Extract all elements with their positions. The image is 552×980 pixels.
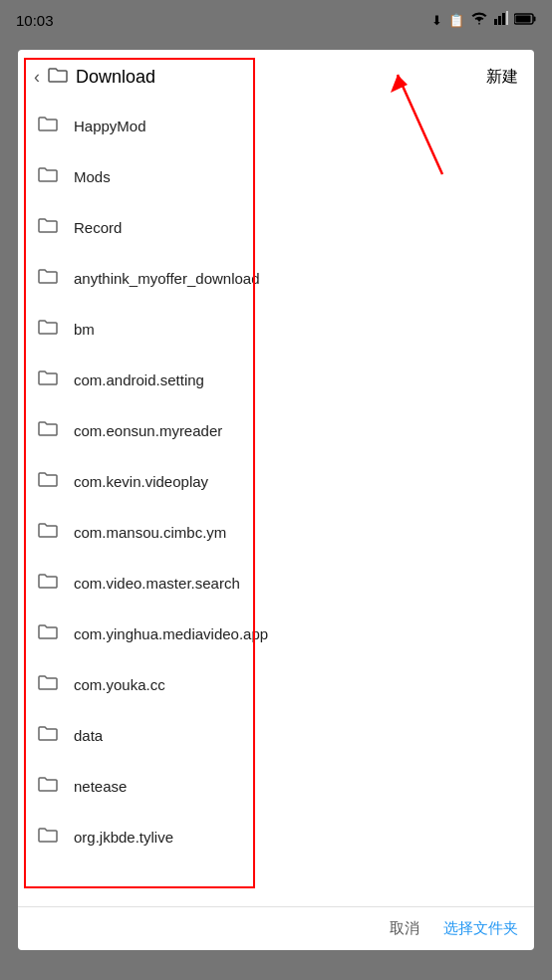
folder-icon [38, 267, 58, 290]
folder-name: com.mansou.cimbc.ym [74, 524, 226, 541]
wifi-icon [470, 11, 488, 29]
svg-rect-3 [506, 11, 508, 25]
folder-icon [38, 826, 58, 849]
folder-icon [38, 419, 58, 442]
svg-rect-0 [494, 19, 497, 25]
cancel-button[interactable]: 取消 [390, 919, 419, 938]
battery-icon [514, 11, 536, 29]
folder-name: com.video.master.search [74, 575, 240, 592]
folder-name: anythink_myoffer_download [74, 270, 260, 287]
folder-item[interactable]: Mods [18, 151, 534, 202]
folder-icon [38, 165, 58, 188]
folder-name: com.youka.cc [74, 676, 165, 693]
folder-item[interactable]: HappyMod [18, 101, 534, 151]
folder-item[interactable]: com.youka.cc [18, 659, 534, 710]
folder-item[interactable]: anythink_myoffer_download [18, 253, 534, 304]
folder-name: com.eonsun.myreader [74, 422, 222, 439]
svg-rect-2 [502, 13, 505, 25]
folder-name: Record [74, 219, 122, 236]
folder-item[interactable]: com.yinghua.mediavideo.app [18, 609, 534, 659]
folder-name: data [74, 727, 103, 744]
signal-icon [494, 11, 508, 29]
status-time: 10:03 [16, 12, 54, 29]
folder-item[interactable]: com.kevin.videoplay [18, 456, 534, 507]
folder-icon [38, 216, 58, 239]
select-folder-button[interactable]: 选择文件夹 [443, 919, 518, 938]
folder-name: org.jkbde.tylive [74, 829, 173, 846]
folder-name: netease [74, 778, 127, 795]
download-icon: ⬇ [431, 13, 442, 28]
folder-icon [38, 724, 58, 747]
folder-name: Mods [74, 168, 111, 185]
folder-item[interactable]: com.video.master.search [18, 558, 534, 609]
status-icons: ⬇ 📋 [431, 11, 536, 29]
folder-item[interactable]: com.eonsun.myreader [18, 405, 534, 456]
status-bar: 10:03 ⬇ 📋 [0, 0, 552, 40]
folder-icon [38, 673, 58, 696]
folder-icon [38, 572, 58, 595]
folder-icon [38, 115, 58, 137]
back-button[interactable]: ‹ [34, 67, 40, 88]
folder-item[interactable]: com.android.setting [18, 355, 534, 405]
folder-list: HappyMod Mods Record anythink_myoffer_do… [18, 101, 534, 906]
folder-name: HappyMod [74, 118, 146, 134]
file-picker-dialog: ‹ Download 新建 HappyMod Mods Record anyth… [18, 50, 534, 950]
folder-item[interactable]: bm [18, 304, 534, 355]
header-title: Download [76, 67, 486, 88]
dialog-footer: 取消 选择文件夹 [18, 906, 534, 950]
folder-icon [38, 368, 58, 391]
folder-name: com.android.setting [74, 371, 204, 388]
folder-icon-header [48, 66, 68, 89]
svg-rect-5 [534, 17, 536, 22]
folder-icon [38, 318, 58, 341]
folder-icon [38, 470, 58, 493]
folder-icon [38, 775, 58, 798]
folder-item[interactable]: data [18, 710, 534, 761]
folder-name: bm [74, 321, 95, 338]
folder-item[interactable]: Record [18, 202, 534, 253]
dialog-header: ‹ Download 新建 [18, 50, 534, 101]
svg-rect-6 [516, 16, 531, 23]
folder-icon [38, 622, 58, 645]
folder-item[interactable]: org.jkbde.tylive [18, 812, 534, 862]
svg-rect-1 [498, 16, 501, 25]
folder-name: com.kevin.videoplay [74, 473, 208, 490]
new-folder-button[interactable]: 新建 [486, 67, 518, 88]
folder-icon [38, 521, 58, 544]
clipboard-icon: 📋 [448, 13, 464, 28]
folder-name: com.yinghua.mediavideo.app [74, 625, 268, 642]
folder-item[interactable]: netease [18, 761, 534, 812]
folder-item[interactable]: com.mansou.cimbc.ym [18, 507, 534, 558]
